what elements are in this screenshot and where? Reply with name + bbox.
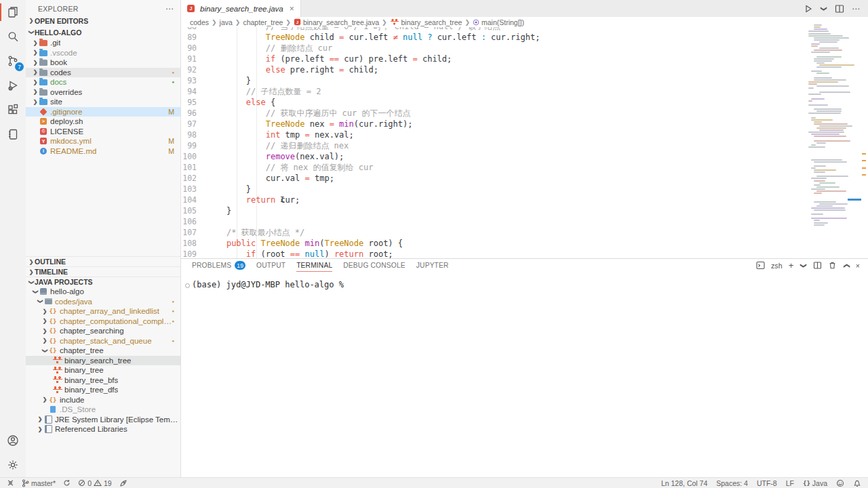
code-line-95[interactable]: 95 else { xyxy=(181,97,800,108)
tree-item-gitignore[interactable]: ❯.gitignoreM xyxy=(26,107,180,117)
split-editor-icon[interactable] xyxy=(835,4,844,14)
close-panel-icon[interactable]: × xyxy=(856,262,860,270)
tree-item-mkdocs-yml[interactable]: ❯mkdocs.ymlM xyxy=(26,136,180,146)
trash-icon[interactable] xyxy=(828,261,837,270)
breadcrumb-main-string[interactable]: main(String[]) xyxy=(473,18,524,26)
code-line-93[interactable]: 93 } xyxy=(181,75,800,86)
settings-button[interactable] xyxy=(0,453,26,477)
breadcrumb-binary-search-tree[interactable]: binary_search_tree xyxy=(390,18,462,26)
panel-tab-output[interactable]: OUTPUT xyxy=(256,259,285,272)
add-terminal-icon[interactable]: + xyxy=(789,260,794,270)
code-line-88[interactable]: 88 // 当子结点数量 = 0 / 1 时， child = null / 该… xyxy=(181,27,800,32)
root-folder-section[interactable]: ❯ HELLO-ALGO xyxy=(26,26,180,38)
code-line-104[interactable]: 104 return cur; xyxy=(181,195,800,205)
tree-item-codes-java[interactable]: ❯codes/java● xyxy=(26,297,180,307)
feedback-status[interactable] xyxy=(836,479,844,487)
tree-item-git[interactable]: ❯.git xyxy=(26,38,180,48)
tree-item-jre-system-library-eclipse-temurin-17-17[interactable]: ❯JRE System Library [Eclipse Temurin 17 … xyxy=(26,415,180,425)
code-area[interactable]: 88 // 当子结点数量 = 0 / 1 时， child = null / 该… xyxy=(181,27,800,258)
indentation-status[interactable]: Spaces: 4 xyxy=(716,479,748,487)
code-line-101[interactable]: 101 // 将 nex 的值复制给 cur xyxy=(181,162,800,173)
breadcrumb-chapter-tree[interactable]: chapter_tree xyxy=(243,18,283,26)
activity-run-debug[interactable] xyxy=(0,73,26,98)
breadcrumb-codes[interactable]: codes xyxy=(190,18,209,26)
code-line-90[interactable]: 90 // 删除结点 cur xyxy=(181,43,800,54)
panel-tab-debug-console[interactable]: DEBUG CONSOLE xyxy=(343,259,405,272)
activity-search[interactable] xyxy=(0,24,26,49)
tree-item-vscode[interactable]: ❯.vscode xyxy=(26,48,180,58)
tree-item-deploy-sh[interactable]: ❯deploy.sh xyxy=(26,117,180,127)
activity-notebook[interactable] xyxy=(0,122,26,146)
account-button[interactable] xyxy=(0,428,26,453)
timeline-section[interactable]: ❯ TIMELINE xyxy=(26,266,180,277)
tree-item-binary-tree[interactable]: ❯binary_tree xyxy=(26,365,180,375)
remote-indicator[interactable] xyxy=(7,479,14,487)
chevron-down-icon[interactable]: ❯ xyxy=(821,5,827,12)
tree-item-book[interactable]: ❯book xyxy=(26,58,180,68)
panel-tab-jupyter[interactable]: JUPYTER xyxy=(416,259,449,272)
code-line-98[interactable]: 98 int tmp = nex.val; xyxy=(181,129,800,140)
code-line-94[interactable]: 94 // 子结点数量 = 2 xyxy=(181,86,800,97)
tree-item-ds-store[interactable]: ❯.DS_Store xyxy=(26,405,180,415)
tab-close-icon[interactable]: × xyxy=(290,4,294,14)
code-line-108[interactable]: 108 public TreeNode min(TreeNode root) { xyxy=(181,238,800,249)
tree-item-referenced-libraries[interactable]: ❯Referenced Libraries xyxy=(26,424,180,434)
tree-item-chapter-computational-complexity[interactable]: ❯{}chapter_computational_complexity● xyxy=(26,317,180,327)
tree-item-include[interactable]: ❯{}include xyxy=(26,395,180,405)
code-line-102[interactable]: 102 cur.val = tmp; xyxy=(181,173,800,184)
java-projects-section[interactable]: ❯ JAVA PROJECTS xyxy=(26,277,180,287)
tree-item-overrides[interactable]: ❯overrides xyxy=(26,87,180,98)
code-line-92[interactable]: 92 else pre.right = child; xyxy=(181,64,800,75)
run-icon[interactable] xyxy=(804,4,813,14)
tree-item-binary-tree-bfs[interactable]: ❯binary_tree_bfs xyxy=(26,375,180,386)
code-line-105[interactable]: 105 } xyxy=(181,205,800,216)
maximize-panel-icon[interactable]: ❯ xyxy=(843,262,850,269)
tree-item-codes[interactable]: ❯codes● xyxy=(26,68,180,78)
code-line-109[interactable]: 109 if (root == null) return root; xyxy=(181,249,800,258)
code-line-103[interactable]: 103 } xyxy=(181,184,800,195)
tree-item-docs[interactable]: ❯docs● xyxy=(26,77,180,87)
launch-status[interactable] xyxy=(119,479,127,487)
split-terminal-icon[interactable] xyxy=(813,261,822,270)
tree-item-chapter-tree[interactable]: ❯{}chapter_tree xyxy=(26,346,180,356)
code-line-96[interactable]: 96 // 获取中序遍历中 cur 的下一个结点 xyxy=(181,108,800,119)
code-line-106[interactable]: 106 xyxy=(181,216,800,227)
tree-item-readme-md[interactable]: ❯README.mdM xyxy=(26,146,180,157)
git-branch-status[interactable]: master* xyxy=(22,479,56,487)
tree-item-chapter-stack-and-queue[interactable]: ❯{}chapter_stack_and_queue● xyxy=(26,336,180,346)
more-actions-icon[interactable]: ⋯ xyxy=(852,4,860,14)
notifications-status[interactable] xyxy=(853,479,861,487)
sync-status[interactable] xyxy=(63,479,71,487)
code-line-91[interactable]: 91 if (pre.left == cur) pre.left = child… xyxy=(181,54,800,64)
chevron-down-icon[interactable]: ❯ xyxy=(800,262,807,269)
tree-item-hello-algo[interactable]: ❯hello-algo xyxy=(26,287,180,297)
activity-explorer[interactable] xyxy=(0,0,26,24)
terminal-prompt[interactable]: (base) jyd@JYD-MBP hello-algo % xyxy=(192,280,868,289)
cursor-position[interactable]: Ln 128, Col 74 xyxy=(661,479,707,487)
sidebar-more-actions[interactable]: ⋯ xyxy=(165,4,174,14)
activity-extensions[interactable] xyxy=(0,98,26,122)
outline-section[interactable]: ❯ OUTLINE xyxy=(26,256,180,266)
tree-item-binary-tree-dfs[interactable]: ❯binary_tree_dfs xyxy=(26,385,180,395)
shell-label[interactable]: zsh xyxy=(771,262,783,270)
problems-status[interactable]: 0 19 xyxy=(78,479,112,487)
minimap[interactable] xyxy=(807,22,859,239)
breadcrumb-binary-search-tree-java[interactable]: binary_search_tree.java xyxy=(294,18,379,26)
code-line-97[interactable]: 97 TreeNode nex = min(cur.right); xyxy=(181,119,800,129)
code-line-99[interactable]: 99 // 递归删除结点 nex xyxy=(181,140,800,151)
panel-tab-problems[interactable]: PROBLEMS19 xyxy=(192,259,245,272)
breadcrumb-java[interactable]: java xyxy=(220,18,233,26)
activity-source-control[interactable]: 7 xyxy=(0,49,26,73)
code-line-89[interactable]: 89 TreeNode child = cur.left ≠ null ? cu… xyxy=(181,32,800,43)
tree-item-chapter-array-and-linkedlist[interactable]: ❯{}chapter_array_and_linkedlist● xyxy=(26,306,180,317)
open-editors-section[interactable]: ❯ OPEN EDITORS xyxy=(26,15,180,26)
encoding-status[interactable]: UTF-8 xyxy=(757,479,777,487)
tab-binary-search-tree[interactable]: binary_search_tree.java × xyxy=(181,0,301,17)
language-mode[interactable]: {} Java xyxy=(803,479,827,487)
tree-item-site[interactable]: ❯site xyxy=(26,97,180,107)
code-line-107[interactable]: 107 /* 获取最小结点 */ xyxy=(181,227,800,238)
panel-tab-terminal[interactable]: TERMINAL xyxy=(296,259,332,272)
tree-item-chapter-searching[interactable]: ❯{}chapter_searching xyxy=(26,326,180,336)
code-line-100[interactable]: 100 remove(nex.val); xyxy=(181,151,800,162)
tree-item-license[interactable]: ❯LICENSE xyxy=(26,127,180,137)
